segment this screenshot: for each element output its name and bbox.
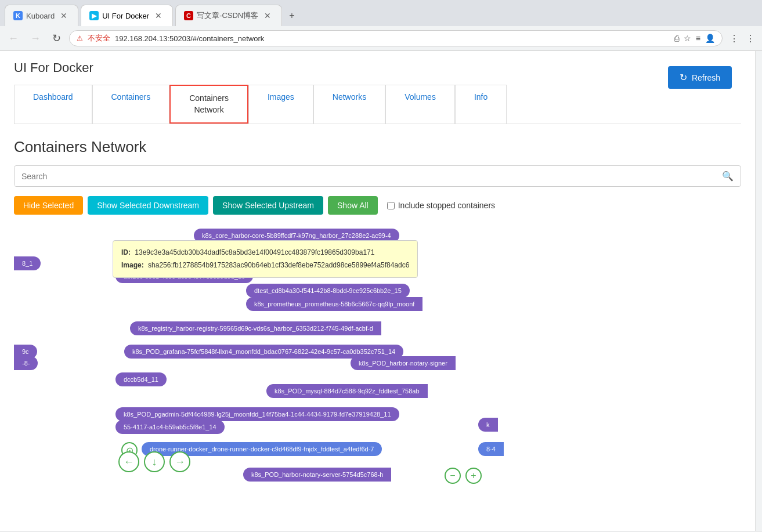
- page-title: Containers Network: [14, 138, 741, 156]
- container-node-n9[interactable]: -8-: [14, 356, 38, 370]
- tab-containers-label: Containers: [111, 92, 151, 102]
- csdn-favicon: C: [184, 11, 193, 20]
- refresh-icon: ↻: [680, 72, 687, 83]
- forward-button[interactable]: →: [27, 30, 44, 47]
- header-area: UI For Docker Dashboard Containers Conta…: [14, 60, 741, 124]
- browser-tab-csdn[interactable]: C 写文章-CSDN博客 ✕: [175, 5, 282, 26]
- container-node-n2[interactable]: 8_1: [14, 256, 41, 270]
- container-node-n17[interactable]: 8-4: [478, 442, 504, 456]
- container-node-n10[interactable]: k8s_POD_harbor-notary-signer: [351, 356, 456, 370]
- security-warning-text: 不安全: [88, 33, 110, 44]
- container-node-n4[interactable]: dtest_cd8b4a30-f541-42b8-8bdd-9ce925c6bb…: [246, 284, 410, 298]
- search-input[interactable]: [15, 167, 715, 186]
- docker-favicon: ▶: [89, 11, 99, 20]
- tooltip-image-label: Image:: [121, 261, 144, 269]
- browser-chrome: K Kuboard ✕ ▶ UI For Docker ✕ C 写文章-CSDN…: [0, 0, 762, 51]
- kuboard-favicon: K: [13, 11, 23, 20]
- container-node-n15[interactable]: k: [478, 418, 498, 432]
- show-downstream-button[interactable]: Show Selected Downstream: [88, 196, 208, 215]
- back-button[interactable]: ←: [5, 30, 22, 47]
- zoom-left-button[interactable]: ←: [118, 451, 139, 472]
- search-container: 🔍: [14, 165, 741, 187]
- tab-containers-network[interactable]: ContainersNetwork: [169, 85, 248, 124]
- tab-networks[interactable]: Networks: [313, 85, 385, 124]
- app-content: UI For Docker Dashboard Containers Conta…: [0, 51, 755, 531]
- docker-tab-label: UI For Docker: [102, 12, 149, 20]
- security-warning-icon: ⚠: [77, 34, 83, 42]
- network-graph[interactable]: ID: 13e9c3e3a45dcb30b34dadf5c8a5bd3e14f0…: [14, 229, 741, 519]
- scrollbar-track[interactable]: [755, 51, 762, 531]
- new-tab-button[interactable]: +: [284, 6, 299, 26]
- action-buttons: Hide Selected Show Selected Downstream S…: [14, 196, 741, 215]
- tab-volumes[interactable]: Volumes: [385, 85, 455, 124]
- show-upstream-button[interactable]: Show Selected Upstream: [213, 196, 323, 215]
- csdn-tab-label: 写文章-CSDN博客: [197, 10, 258, 21]
- include-stopped-checkbox[interactable]: [387, 202, 395, 209]
- tooltip-image-value: sha256:fb1278854b9175283ac90b64eb1cf33de…: [148, 261, 409, 269]
- tab-info[interactable]: Info: [455, 85, 507, 124]
- address-icons: ⎙ ☆ ≡ 👤: [674, 34, 715, 43]
- menu-button[interactable]: ⋮: [743, 31, 757, 46]
- include-stopped-label: Include stopped containers: [387, 201, 495, 210]
- tab-images-label: Images: [268, 92, 294, 102]
- refresh-button[interactable]: ↻ Refresh: [668, 66, 732, 89]
- container-node-n14[interactable]: 55-4117-a1c4-b59ab5c5f8e1_14: [115, 420, 225, 434]
- tooltip-id-value: 13e9c3e3a45dcb30b34dadf5c8a5bd3e14f00491…: [135, 248, 374, 256]
- show-all-button[interactable]: Show All: [328, 196, 378, 215]
- browser-tab-docker[interactable]: ▶ UI For Docker ✕: [81, 5, 173, 26]
- tab-images[interactable]: Images: [248, 85, 313, 124]
- container-node-n12[interactable]: k8s_POD_mysql-884d7c588-9q92z_fddtest_75…: [266, 384, 428, 398]
- docker-tab-close[interactable]: ✕: [153, 10, 164, 21]
- zoom-controls: ← ↓ →: [118, 451, 190, 472]
- container-node-n18[interactable]: k8s_POD_harbor-notary-server-5754d5c768-…: [243, 468, 391, 482]
- tab-info-label: Info: [474, 92, 487, 102]
- profile-icon[interactable]: 👤: [705, 34, 715, 43]
- page-container: UI For Docker Dashboard Containers Conta…: [0, 51, 762, 531]
- app-title: UI For Docker: [14, 60, 741, 75]
- tooltip-box: ID: 13e9c3e3a45dcb30b34dadf5c8a5bd3e14f0…: [113, 240, 418, 278]
- hide-selected-button[interactable]: Hide Selected: [14, 196, 83, 215]
- search-button[interactable]: 🔍: [715, 166, 741, 186]
- tab-dashboard[interactable]: Dashboard: [14, 85, 92, 124]
- container-node-n13[interactable]: k8s_POD_pgadmin-5df44c4989-lg25j_moonfdd…: [115, 407, 399, 421]
- csdn-tab-close[interactable]: ✕: [262, 10, 273, 21]
- bookmark-icon[interactable]: ☆: [684, 34, 691, 43]
- tab-containers-network-label: ContainersNetwork: [189, 93, 229, 114]
- refresh-label: Refresh: [692, 73, 720, 82]
- browser-tab-kuboard[interactable]: K Kuboard ✕: [5, 5, 78, 26]
- address-bar-row: ← → ↻ ⚠ 不安全 192.168.204.13:50203/#/conta…: [0, 26, 762, 50]
- container-node-n5[interactable]: k8s_prometheus_prometheus-58b6c5667c-qq9…: [246, 297, 422, 311]
- kuboard-tab-label: Kuboard: [26, 12, 55, 20]
- tab-networks-label: Networks: [333, 92, 366, 102]
- tab-bar: K Kuboard ✕ ▶ UI For Docker ✕ C 写文章-CSDN…: [0, 0, 762, 26]
- tab-dashboard-label: Dashboard: [33, 92, 73, 102]
- tab-containers[interactable]: Containers: [92, 85, 170, 124]
- container-node-n6[interactable]: k8s_registry_harbor-registry-59565d69c-v…: [130, 321, 381, 335]
- tab-volumes-label: Volumes: [405, 92, 436, 102]
- kuboard-tab-close[interactable]: ✕: [58, 10, 70, 21]
- zoom-down-button[interactable]: ↓: [144, 451, 165, 472]
- nav-tabs: Dashboard Containers ContainersNetwork I…: [14, 85, 741, 124]
- node-circle-plus[interactable]: +: [465, 468, 482, 484]
- extensions-button[interactable]: ⋮: [727, 31, 741, 46]
- node-circle-minus[interactable]: −: [445, 468, 461, 484]
- address-text: 192.168.204.13:50203/#/containers_networ…: [115, 34, 670, 43]
- address-bar[interactable]: ⚠ 不安全 192.168.204.13:50203/#/containers_…: [69, 30, 723, 46]
- browser-actions: ⋮ ⋮: [727, 31, 757, 46]
- share-icon[interactable]: ⎙: [674, 34, 679, 43]
- zoom-right-button[interactable]: →: [169, 451, 190, 472]
- readinglist-icon[interactable]: ≡: [696, 34, 700, 43]
- container-node-n11[interactable]: dccb5d4_11: [115, 372, 167, 386]
- reload-button[interactable]: ↻: [49, 30, 64, 47]
- tooltip-id-label: ID:: [121, 248, 131, 256]
